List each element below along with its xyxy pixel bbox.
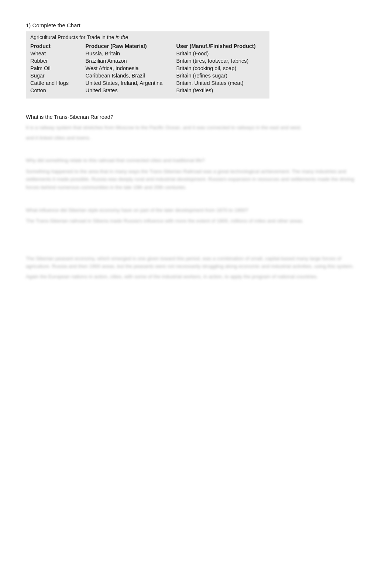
table-cell-2-1: West Africa, Indonesia	[86, 65, 176, 72]
col-product: Product	[30, 42, 86, 50]
table-row: RubberBrazilian AmazonBritain (tires, fo…	[30, 57, 265, 65]
table-header-row: Product Producer (Raw Material) User (Ma…	[30, 42, 265, 50]
table-cell-4-2: Britain, United States (meat)	[176, 79, 265, 87]
blurred-question2: Why did something relate to this railroa…	[26, 156, 366, 165]
table-row: WheatRussia, BritainBritain (Food)	[30, 50, 265, 57]
table-cell-3-0: Sugar	[30, 72, 86, 79]
table-cell-0-1: Russia, Britain	[86, 50, 176, 57]
table-cell-1-1: Brazilian Amazon	[86, 57, 176, 65]
section1-title: 1) Complete the Chart	[26, 22, 366, 28]
col-producer: Producer (Raw Material)	[86, 42, 176, 50]
table-cell-4-0: Cattle and Hogs	[30, 79, 86, 87]
col-user: User (Manuf./Finished Product)	[176, 42, 265, 50]
table-row: Cattle and HogsUnited States, Ireland, A…	[30, 79, 265, 87]
blurred-answer1b: and it linked cities and towns.	[26, 134, 366, 142]
table-row: CottonUnited StatesBritain (textiles)	[30, 87, 265, 94]
table-cell-3-1: Caribbean Islands, Brazil	[86, 72, 176, 79]
table-cell-3-2: Britain (refines sugar)	[176, 72, 265, 79]
agricultural-products-table: Product Producer (Raw Material) User (Ma…	[30, 42, 265, 94]
blurred-answer3: The Trans-Siberian railroad in Siberia m…	[26, 217, 366, 225]
table-cell-1-2: Britain (tires, footwear, fabrics)	[176, 57, 265, 65]
table-container: Agricultural Products for Trade in the i…	[26, 31, 269, 99]
blurred-answer1: It is a railway system that stretches fr…	[26, 124, 366, 132]
table-cell-5-0: Cotton	[30, 87, 86, 94]
page-content: 1) Complete the Chart Agricultural Produ…	[26, 22, 366, 281]
table-cell-2-0: Palm Oil	[30, 65, 86, 72]
table-cell-0-0: Wheat	[30, 50, 86, 57]
table-cell-2-2: Britain (cooking oil, soap)	[176, 65, 265, 72]
blurred-question4: The Siberian peasant economy, which emer…	[26, 255, 366, 270]
table-cell-5-1: United States	[86, 87, 176, 94]
table-header-title: Agricultural Products for Trade in the i…	[30, 34, 265, 40]
table-cell-1-0: Rubber	[30, 57, 86, 65]
blurred-answer2: Something happened to the area that in m…	[26, 168, 366, 192]
blurred-question3: What influence did Siberian style econom…	[26, 206, 366, 214]
question1: What is the Trans-Siberian Railroad?	[26, 114, 366, 120]
table-cell-0-2: Britain (Food)	[176, 50, 265, 57]
table-cell-4-1: United States, Ireland, Argentina	[86, 79, 176, 87]
table-cell-5-2: Britain (textiles)	[176, 87, 265, 94]
table-row: SugarCaribbean Islands, BrazilBritain (r…	[30, 72, 265, 79]
table-row: Palm OilWest Africa, IndonesiaBritain (c…	[30, 65, 265, 72]
blurred-answer4-last: Again the European nations in action, ci…	[26, 273, 366, 281]
